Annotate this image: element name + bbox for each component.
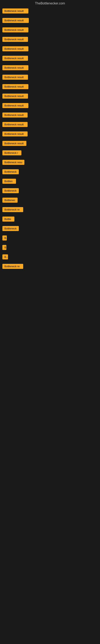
list-item: Bottleneck result — [1, 122, 99, 128]
bottleneck-result-label[interactable]: Bottleneck result — [2, 103, 28, 108]
list-item: Bottleneck result — [1, 112, 99, 118]
bottleneck-result-label[interactable]: Bottleneck result — [2, 141, 26, 146]
bottleneck-result-label[interactable]: Bottlenec — [2, 198, 18, 203]
bottleneck-result-label[interactable]: Bottleneck — [2, 188, 19, 193]
list-item: Bottleneck result — [1, 56, 99, 62]
list-item: B — [1, 236, 99, 241]
list-item: Bottleneck result — [1, 94, 99, 100]
list-item: Bottleneck result — [1, 46, 99, 52]
bottleneck-result-label[interactable]: Bottleneck r — [2, 150, 21, 155]
bottleneck-result-label[interactable]: Bottleneck result — [2, 56, 28, 61]
bottleneck-result-label[interactable]: Bottleneck result — [2, 132, 28, 136]
list-item: Bottleneck — [1, 169, 99, 175]
list-item: Bottleneck result — [1, 18, 99, 24]
list-item: Bottle — [1, 216, 99, 222]
list-item: Bottleneck result — [1, 8, 99, 14]
bottleneck-result-label[interactable]: Bottleneck result — [2, 37, 28, 42]
items-container: Bottleneck resultBottleneck resultBottle… — [0, 8, 100, 274]
list-item: Bottleneck result — [1, 65, 99, 71]
list-item: Bottleneck re — [1, 264, 99, 270]
bottleneck-result-label[interactable]: Bottle — [2, 216, 14, 222]
bottleneck-result-label[interactable]: B — [2, 245, 6, 250]
bottleneck-result-label[interactable]: Bottleneck result — [2, 122, 28, 127]
bottleneck-result-label[interactable]: Bottleneck resu — [2, 160, 24, 165]
bottleneck-result-label[interactable]: Bottleneck result — [2, 112, 28, 118]
list-item: Bottleneck result — [1, 37, 99, 43]
bottleneck-result-label[interactable]: Bottleneck result — [2, 75, 28, 80]
site-title-container: TheBottlenecker.com — [0, 0, 100, 8]
bottleneck-result-label[interactable]: Bottleneck result — [2, 84, 28, 89]
list-item: Bottleneck resu — [1, 160, 99, 166]
list-item: Bottleneck re — [1, 207, 99, 213]
list-item: Bo — [1, 254, 99, 260]
bottleneck-result-label[interactable]: Bottleneck result — [2, 65, 28, 70]
list-item: Bottleneck result — [1, 75, 99, 80]
list-item: B — [1, 245, 99, 251]
bottleneck-result-label[interactable]: B — [2, 236, 7, 240]
list-item: Bottleneck result — [1, 132, 99, 137]
bottleneck-result-label[interactable]: Bottleneck — [2, 169, 19, 174]
bottleneck-result-label[interactable]: Bottleneck result — [2, 8, 28, 14]
list-item: Bottleneck — [1, 226, 99, 232]
list-item: Bottlenec — [1, 198, 99, 204]
list-item: Bottleneck result — [1, 27, 99, 33]
list-item: Bottleneck result — [1, 84, 99, 90]
bottleneck-result-label[interactable]: Bottleneck re — [2, 264, 23, 269]
bottleneck-result-label[interactable]: Bottleneck — [2, 226, 19, 231]
list-item: Bottlen — [1, 179, 99, 184]
bottleneck-result-label[interactable]: Bottleneck result — [2, 46, 28, 51]
list-item: Bottleneck — [1, 188, 99, 194]
bottleneck-result-label[interactable]: Bottlen — [2, 179, 16, 184]
list-item: Bottleneck result — [1, 141, 99, 147]
bottleneck-result-label[interactable]: Bo — [2, 254, 8, 260]
list-item: Bottleneck r — [1, 150, 99, 156]
list-item: Bottleneck result — [1, 103, 99, 109]
bottleneck-result-label[interactable]: Bottleneck result — [2, 94, 28, 98]
site-title: TheBottlenecker.com — [0, 0, 100, 8]
bottleneck-result-label[interactable]: Bottleneck re — [2, 207, 23, 212]
bottleneck-result-label[interactable]: Bottleneck result — [2, 18, 29, 23]
bottleneck-result-label[interactable]: Bottleneck result — [2, 27, 28, 32]
